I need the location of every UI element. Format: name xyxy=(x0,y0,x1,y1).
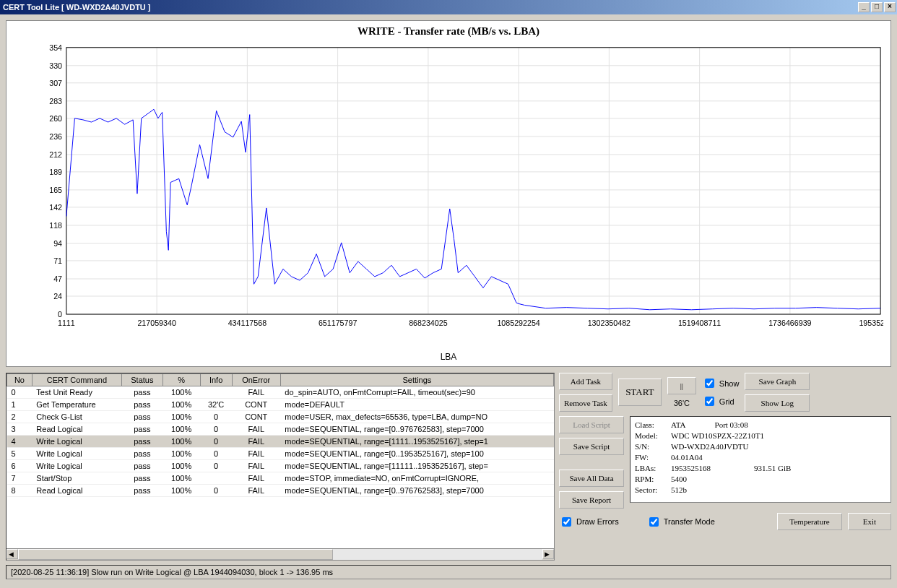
svg-text:307: 307 xyxy=(49,79,62,87)
svg-text:1302350482: 1302350482 xyxy=(588,319,630,327)
svg-text:94: 94 xyxy=(53,239,62,248)
command-table: NoCERT CommandStatus%InfoOnErrorSettings… xyxy=(6,373,555,561)
exit-button[interactable]: Exit xyxy=(848,513,891,530)
svg-text:434117568: 434117568 xyxy=(228,319,266,327)
column-header[interactable]: OnError xyxy=(232,374,280,386)
svg-text:354: 354 xyxy=(49,44,62,52)
column-header[interactable]: CERT Command xyxy=(32,374,121,386)
close-button[interactable]: × xyxy=(884,2,896,12)
pause-button[interactable]: || xyxy=(667,377,696,394)
column-header[interactable]: Status xyxy=(121,374,162,386)
drive-info: Class:ATAPort 03:08 Model:WDC WD10SPZX-2… xyxy=(630,416,891,503)
svg-text:71: 71 xyxy=(53,256,62,265)
load-script-button[interactable]: Load Script xyxy=(559,416,624,433)
svg-text:1085292254: 1085292254 xyxy=(497,319,540,327)
add-task-button[interactable]: Add Task xyxy=(559,373,612,390)
svg-text:165: 165 xyxy=(49,186,62,194)
svg-text:260: 260 xyxy=(49,114,62,123)
start-button[interactable]: START xyxy=(618,379,662,406)
svg-text:236: 236 xyxy=(49,132,62,141)
command-grid[interactable]: NoCERT CommandStatus%InfoOnErrorSettings… xyxy=(6,373,554,497)
grid-checkbox[interactable]: Grid xyxy=(702,394,740,408)
window-title: CERT Tool Lite [ WD-WXD2A40JVDTU ] xyxy=(3,3,151,12)
svg-text:1953525168: 1953525168 xyxy=(859,319,883,327)
svg-text:142: 142 xyxy=(49,203,62,212)
save-script-button[interactable]: Save Script xyxy=(559,438,624,455)
draw-errors-checkbox[interactable]: Draw Errors xyxy=(559,515,619,529)
chart-xlabel: LBA xyxy=(6,352,890,362)
show-log-button[interactable]: Show Log xyxy=(745,394,810,412)
save-all-button[interactable]: Save All Data xyxy=(559,470,624,487)
column-header[interactable]: No xyxy=(7,374,32,386)
svg-text:868234025: 868234025 xyxy=(409,319,447,327)
chart-panel: WRITE - Transfer rate (MB/s vs. LBA) 024… xyxy=(6,20,891,367)
maximize-button[interactable]: □ xyxy=(871,2,883,12)
table-row[interactable]: 6Write Logicalpass100%0FAILmode=SEQUENTI… xyxy=(7,460,554,472)
svg-text:47: 47 xyxy=(53,274,62,283)
temperature-readout: 36'C xyxy=(667,399,696,407)
show-checkbox[interactable]: Show xyxy=(702,376,740,390)
table-row[interactable]: 4Write Logicalpass100%0FAILmode=SEQUENTI… xyxy=(7,436,554,448)
table-row[interactable]: 5Write Logicalpass100%0FAILmode=SEQUENTI… xyxy=(7,448,554,460)
save-graph-button[interactable]: Save Graph xyxy=(745,373,810,390)
remove-task-button[interactable]: Remove Task xyxy=(559,394,612,412)
svg-text:189: 189 xyxy=(49,168,62,176)
table-row[interactable]: 2Check G-Listpass100%0CONTmode=USER, max… xyxy=(7,411,554,423)
table-row[interactable]: 1Get Temperaturepass100%32'CCONTmode=DEF… xyxy=(7,399,554,411)
svg-text:217059340: 217059340 xyxy=(137,319,176,327)
save-report-button[interactable]: Save Report xyxy=(559,491,624,509)
svg-text:24: 24 xyxy=(53,292,62,301)
transfer-mode-checkbox[interactable]: Transfer Mode xyxy=(646,515,715,529)
svg-text:1519408711: 1519408711 xyxy=(678,319,721,327)
chart-plot: 0244771941181421651892122362602833073303… xyxy=(38,44,883,337)
chart-title: WRITE - Transfer rate (MB/s vs. LBA) xyxy=(6,21,890,42)
svg-text:283: 283 xyxy=(49,97,62,105)
minimize-button[interactable]: _ xyxy=(858,2,870,12)
svg-text:1736466939: 1736466939 xyxy=(768,319,811,327)
svg-text:330: 330 xyxy=(49,61,62,70)
table-hscrollbar[interactable]: ◄ ► xyxy=(6,548,554,560)
column-header[interactable]: Settings xyxy=(280,374,553,386)
column-header[interactable]: Info xyxy=(200,374,232,386)
svg-text:651175797: 651175797 xyxy=(318,319,357,327)
table-row[interactable]: 0Test Unit Readypass100%FAILdo_spin=AUTO… xyxy=(7,386,554,399)
svg-text:212: 212 xyxy=(49,150,62,159)
svg-text:1111: 1111 xyxy=(58,319,75,327)
status-bar: [2020-08-25 11:36:19] Slow run on Write … xyxy=(6,565,891,579)
svg-text:0: 0 xyxy=(58,310,62,319)
temperature-button[interactable]: Temperature xyxy=(777,513,842,530)
table-row[interactable]: 7Start/Stoppass100%FAILmode=STOP, immedi… xyxy=(7,472,554,485)
table-row[interactable]: 8Read Logicalpass100%0FAILmode=SEQUENTIA… xyxy=(7,485,554,497)
svg-text:118: 118 xyxy=(49,221,62,230)
column-header[interactable]: % xyxy=(162,374,200,386)
titlebar: CERT Tool Lite [ WD-WXD2A40JVDTU ] _ □ × xyxy=(0,0,897,14)
table-row[interactable]: 3Read Logicalpass100%0FAILmode=SEQUENTIA… xyxy=(7,423,554,436)
